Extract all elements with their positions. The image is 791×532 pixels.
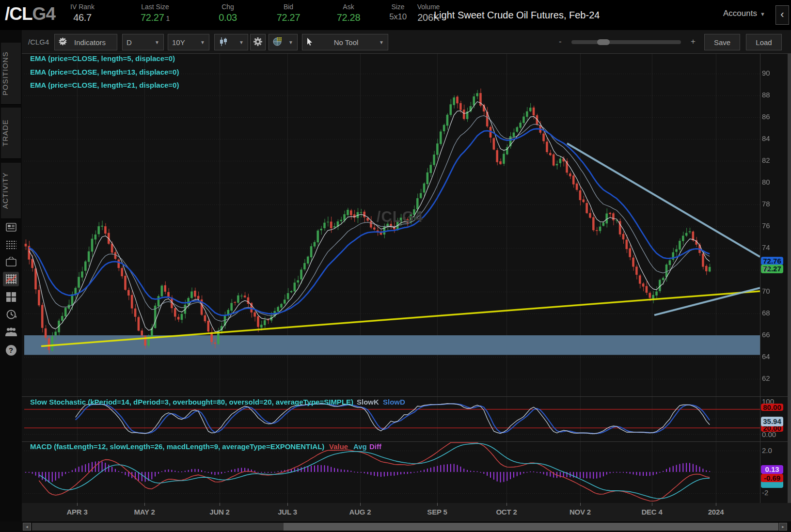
history-clock-icon[interactable] <box>3 307 19 322</box>
zoom-slider-thumb[interactable] <box>597 39 610 45</box>
tool-dropdown[interactable]: No Tool ▼ <box>302 34 388 50</box>
toolbar-symbol-label: /CLG4 <box>28 38 49 46</box>
scroll-left-button[interactable]: ◂ <box>23 523 31 531</box>
chart-type-dropdown[interactable]: ▼ <box>214 34 248 50</box>
panel-divider <box>22 503 791 503</box>
last-size-qty: 1 <box>166 15 170 22</box>
tab-trade[interactable]: TRADE <box>1 108 21 159</box>
stoch-oversold-badge: 20.00 <box>761 424 783 432</box>
stoch-overbought-badge: 80.00 <box>761 404 783 411</box>
sidebar: POSITIONS TRADE ACTIVITY ? <box>0 30 22 532</box>
chart-region: EMA (price=CLOSE, length=5, displace=0) … <box>0 0 791 532</box>
scrollbar-track[interactable] <box>32 523 778 531</box>
date-tick-label: MAY 2 <box>134 508 155 516</box>
settings-button[interactable] <box>250 34 266 50</box>
price-tick-label: 64 <box>762 352 770 360</box>
field-ask: Ask 72.28 <box>337 3 361 23</box>
price-chart-canvas[interactable] <box>24 53 760 396</box>
video-icon[interactable] <box>3 254 19 269</box>
load-button[interactable]: Load <box>746 34 782 50</box>
chevron-down-icon: ▼ <box>288 40 293 45</box>
chevron-down-icon: ▼ <box>200 40 205 45</box>
field-size: Size 5x10 <box>389 3 407 22</box>
date-tick-label: DEC 4 <box>641 508 662 516</box>
zoom-slider[interactable] <box>571 40 681 44</box>
macd-axis-top: 2.0 <box>762 446 772 454</box>
range-dropdown[interactable]: 10Y ▼ <box>168 34 209 50</box>
field-bid: Bid 72.27 <box>277 3 301 23</box>
date-tick-label: NOV 2 <box>570 508 591 516</box>
vertical-scrollbar[interactable] <box>788 53 791 503</box>
indicators-button[interactable]: Indicators <box>54 34 117 50</box>
symbol-title: /CLG4 <box>5 4 55 24</box>
scrollbar-thumb[interactable] <box>284 523 778 531</box>
save-button[interactable]: Save <box>704 34 740 50</box>
stoch-value-badge: 35.94 <box>761 417 783 426</box>
stoch-axis-top: 100 <box>762 397 774 406</box>
date-tick-label: AUG 2 <box>349 508 371 516</box>
style-dropdown[interactable]: ▼ <box>269 34 298 50</box>
date-tick-label: SEP 5 <box>427 508 447 516</box>
date-tick-label: OCT 2 <box>496 508 517 516</box>
price-tick-label: 76 <box>762 221 770 230</box>
date-tick-mark <box>144 503 145 506</box>
date-tick-mark <box>77 503 78 506</box>
chart-toolbar: /CLG4 Indicators D ▼ 10Y ▼ ▼ <box>22 30 791 53</box>
macd-axis-bottom: -2 <box>762 488 768 497</box>
price-tick-label: 62 <box>762 374 770 382</box>
cursor-icon <box>306 38 313 47</box>
collapse-panel-button[interactable]: ‹ <box>775 5 789 25</box>
price-tick-label: 80 <box>762 178 770 186</box>
candlestick-icon <box>219 37 228 47</box>
chart-icon[interactable] <box>3 272 19 286</box>
tab-positions[interactable]: POSITIONS <box>1 43 21 105</box>
price-tick-label: 90 <box>762 69 770 77</box>
date-tick-mark <box>360 503 361 506</box>
date-tick-label: 2024 <box>708 508 724 516</box>
chevron-down-icon: ▼ <box>155 40 159 45</box>
help-icon[interactable]: ? <box>3 343 19 358</box>
last-price-badge: 72.27 <box>761 265 783 273</box>
price-tick-label: 84 <box>762 134 770 142</box>
field-chg: Chg 0.03 <box>219 3 237 23</box>
axis-separator <box>760 53 760 503</box>
timeframe-dropdown[interactable]: D ▼ <box>122 34 164 50</box>
trading-app: /CLG4 IV Rank 46.7 Last Size 72.271 Chg … <box>0 0 791 532</box>
community-people-icon[interactable] <box>3 325 19 339</box>
price-axis[interactable] <box>760 53 791 503</box>
zoom-in-button[interactable]: + <box>691 37 696 47</box>
news-icon[interactable] <box>3 220 19 235</box>
tab-activity[interactable]: ACTIVITY <box>1 163 21 219</box>
price-tick-label: 66 <box>762 330 770 339</box>
field-iv-rank: IV Rank 46.7 <box>70 3 95 23</box>
bid-price-badge: 72.76 <box>761 257 783 265</box>
field-last-size: Last Size 72.271 <box>141 3 170 23</box>
horizontal-scrollbar: ◂ ▸ <box>0 521 791 532</box>
stochastic-canvas[interactable] <box>24 396 760 441</box>
date-tick-label: JUL 3 <box>278 508 297 516</box>
price-tick-label: 68 <box>762 309 770 317</box>
date-tick-mark <box>716 503 716 506</box>
price-tick-label: 82 <box>762 156 770 164</box>
price-tick-label: 88 <box>762 91 770 99</box>
instrument-title: Light Sweet Crude Oil Futures, Feb-24 <box>434 10 600 21</box>
header: /CLG4 IV Rank 46.7 Last Size 72.271 Chg … <box>0 0 791 30</box>
date-tick-label: JUN 2 <box>209 508 230 516</box>
macd-avg-badge <box>761 481 783 488</box>
date-tick-mark <box>220 503 220 506</box>
date-tick-label: APR 3 <box>66 508 87 516</box>
gear-icon <box>253 37 262 47</box>
chevron-down-icon: ▼ <box>239 40 244 45</box>
price-tick-label: 78 <box>762 200 770 208</box>
date-tick-mark <box>287 503 288 506</box>
date-axis[interactable] <box>22 503 791 521</box>
dashboard-grid-icon[interactable] <box>3 290 19 304</box>
grid-globe-icon <box>273 37 282 47</box>
zoom-out-button[interactable]: - <box>559 37 562 47</box>
price-tick-label: 86 <box>762 112 770 121</box>
accounts-button[interactable]: Accounts▼ <box>723 9 765 18</box>
scroll-right-button[interactable]: ▸ <box>779 523 787 531</box>
macd-canvas[interactable] <box>24 441 760 503</box>
watchlist-icon[interactable] <box>3 237 19 252</box>
macd-value-badge: -0.69 <box>761 474 783 482</box>
